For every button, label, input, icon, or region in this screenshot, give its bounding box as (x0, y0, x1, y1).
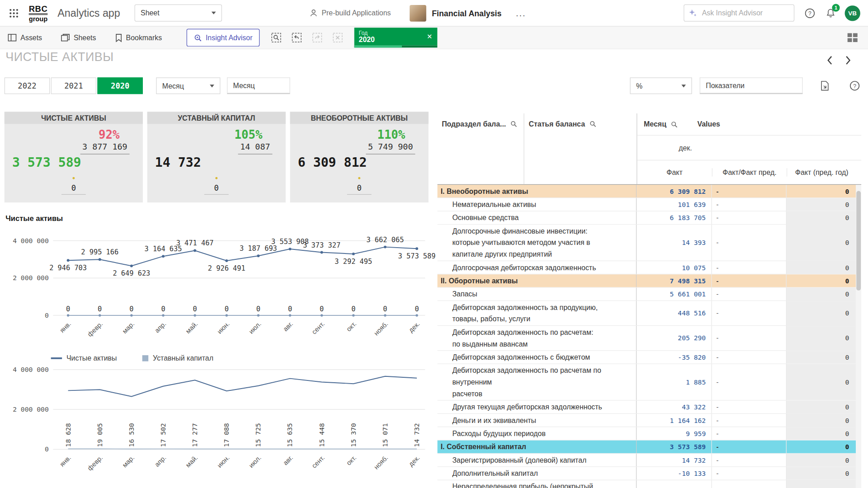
page-title: ЧИСТЫЕ АКТИВЫ (5, 50, 113, 64)
legend-item[interactable]: Чистые активы (51, 354, 117, 362)
pivot-row-label[interactable]: Долгосрочная дебиторская задолженность (437, 261, 637, 274)
pivot-row-label[interactable]: Дебиторская задолженность с бюджетом (437, 351, 637, 363)
pivot-row: I. Внеоборотные активы6 309 812-0 (437, 185, 856, 198)
prebuild-applications-link[interactable]: Pre-build Applications (310, 9, 391, 17)
indicators-listbox[interactable]: Показатели (700, 77, 803, 94)
user-avatar[interactable]: VB (845, 5, 860, 21)
month-listbox[interactable]: Месяц (227, 77, 290, 94)
column-header-fact[interactable]: Факт (637, 168, 712, 176)
notifications-button[interactable]: 1 (826, 8, 836, 19)
pivot-fact-value: -10 133 (637, 467, 711, 479)
kpi-title: ЧИСТЫЕ АКТИВЫ (5, 112, 143, 124)
sheet-help-button[interactable]: ? (848, 79, 861, 92)
pivot-row-label[interactable]: Нераспределенная прибыль (непокрытый (437, 480, 637, 488)
pivot-header-subsection[interactable]: Подраздел бала... (437, 113, 524, 184)
kpi-secondary-value: 0 (347, 184, 372, 195)
svg-text:17 502: 17 502 (159, 423, 167, 447)
table-scrollbar[interactable] (856, 185, 861, 488)
pivot-row-label[interactable]: Дебиторская задолженность за продукцию, … (437, 301, 637, 325)
pivot-row-label[interactable]: Нематериальные активы (437, 198, 637, 211)
pivot-prev-year-value: 0 (786, 301, 856, 325)
search-icon[interactable] (671, 121, 678, 128)
pivot-row-label[interactable]: Другая текущая дебиторская задолженность (437, 401, 637, 413)
svg-text:3 573 589: 3 573 589 (398, 252, 436, 260)
pivot-prev-year-value: 0 (786, 454, 856, 466)
year-filter-2022[interactable]: 2022 (5, 77, 50, 94)
previous-sheet-button[interactable] (824, 55, 835, 66)
pivot-header-article[interactable]: Статья баланса (524, 113, 637, 184)
next-sheet-button[interactable] (843, 55, 854, 66)
smart-search-button[interactable] (269, 31, 283, 44)
pivot-row: II. Оборотные активы7 498 315-0 (437, 274, 856, 287)
insight-advisor-search[interactable] (684, 5, 794, 22)
clear-selections-button[interactable] (331, 31, 344, 44)
pivot-row-label[interactable]: I. Собственный капитал (437, 441, 637, 453)
net-assets-chart-svg: 02 000 0004 000 0000000000000002 946 703… (5, 232, 431, 346)
app-menu-icon[interactable] (8, 7, 20, 19)
net-assets-monthly-chart[interactable]: 02 000 0004 000 0000000000000002 946 703… (5, 232, 431, 346)
kpi-percent: 105% (234, 128, 262, 141)
pivot-ratio-value (711, 480, 786, 488)
pivot-row-label[interactable]: Деньги и их эквиваленты (437, 414, 637, 427)
sheet-selector-label: Sheet (141, 9, 160, 17)
pivot-row-label[interactable]: Долгосрочные финансовые инвестиции: кото… (437, 225, 637, 261)
help-button[interactable]: ? (804, 8, 815, 19)
sheet-layout-button[interactable] (847, 33, 858, 42)
pivot-fact-value: 1 885 (637, 364, 711, 400)
svg-text:19 005: 19 005 (96, 423, 104, 447)
pivot-row-label[interactable]: Дебиторская задолженность по расчетам по… (437, 364, 637, 400)
pivot-prev-year-value: 0 (786, 288, 856, 300)
pivot-row-label[interactable]: Запасы (437, 288, 637, 300)
year-filter-2020[interactable]: 2020 (98, 77, 143, 94)
close-icon[interactable]: ✕ (422, 33, 437, 40)
current-app[interactable]: Financial Analysis (410, 5, 501, 21)
pivot-header-month-label[interactable]: Месяц (644, 120, 666, 128)
pivot-row-label[interactable]: Дебиторская задолженность по расчетам: п… (437, 326, 637, 350)
tab-sheets[interactable]: Sheets (57, 31, 99, 44)
sheet-selector[interactable]: Sheet (135, 5, 222, 22)
selection-chip-year[interactable]: Год 2020 ✕ (354, 28, 438, 47)
search-input[interactable] (701, 8, 789, 18)
tab-bookmarks[interactable]: Bookmarks (112, 31, 165, 44)
pivot-row-label[interactable]: Дополнительный капитал (437, 467, 637, 479)
search-icon[interactable] (510, 121, 517, 127)
pivot-month-value[interactable]: дек. (652, 144, 718, 152)
pivot-row-label[interactable]: Расходы будущих периодов (437, 427, 637, 440)
svg-text:0: 0 (415, 305, 419, 313)
svg-text:0: 0 (193, 305, 197, 313)
tab-assets[interactable]: Assets (5, 31, 46, 44)
selection-chip-body[interactable]: Год 2020 ✕ (354, 28, 438, 45)
assets-panel-icon (8, 34, 17, 42)
svg-text:2 649 623: 2 649 623 (113, 270, 150, 278)
month-listbox-label: Месяц (233, 81, 255, 89)
selection-progress-bar (354, 45, 438, 47)
kpi-marker-dot (358, 177, 360, 179)
pivot-row: Дебиторская задолженность по расчетам: п… (437, 326, 856, 351)
column-header-fact-ratio[interactable]: Факт/Факт пред. (712, 168, 787, 176)
search-icon[interactable] (590, 121, 596, 127)
pivot-row-label[interactable]: II. Оборотные активы (437, 274, 637, 287)
export-selections-button[interactable] (818, 79, 831, 92)
pivot-row-label[interactable]: Зарегистрированный (долевой) капитал (437, 454, 637, 466)
column-header-fact-prev-year[interactable]: Факт (пред. год) (787, 168, 856, 176)
unit-dropdown[interactable]: % (630, 77, 692, 94)
year-filter-2021[interactable]: 2021 (51, 77, 96, 94)
net-assets-vs-capital-chart[interactable]: 02 000 0004 000 00018 62819 00516 53017 … (5, 365, 431, 488)
pivot-fact-value: 6 309 812 (637, 185, 711, 197)
step-forward-button[interactable] (311, 31, 324, 44)
pivot-header: Подраздел бала... Статья баланса М (437, 113, 861, 185)
kpi-card[interactable]: ВНЕОБОРОТНЫЕ АКТИВЫ110%5 749 9006 309 81… (290, 112, 429, 202)
kpi-card[interactable]: УСТАВНЫЙ КАПИТАЛ105%14 08714 7320 (147, 112, 286, 202)
insight-advisor-button[interactable]: Insight Advisor (186, 29, 259, 47)
more-options-icon[interactable]: ... (516, 8, 526, 18)
legend-item[interactable]: Уставный капитал (142, 354, 213, 362)
pivot-row-label[interactable]: Основные средства (437, 211, 637, 224)
kpi-card[interactable]: ЧИСТЫЕ АКТИВЫ92%3 877 1693 573 5890 (5, 112, 143, 202)
scrollbar-thumb[interactable] (856, 191, 861, 290)
step-back-button[interactable] (290, 31, 303, 44)
app-thumbnail (410, 5, 426, 21)
top-bar: RBC group Analytics app Sheet Pre-build … (0, 0, 868, 27)
pivot-row-label[interactable]: I. Внеоборотные активы (437, 185, 637, 197)
pivot-measure-header-row: Факт Факт/Факт пред. Факт (пред. год) (637, 160, 861, 184)
month-dropdown[interactable]: Месяц (156, 77, 220, 94)
